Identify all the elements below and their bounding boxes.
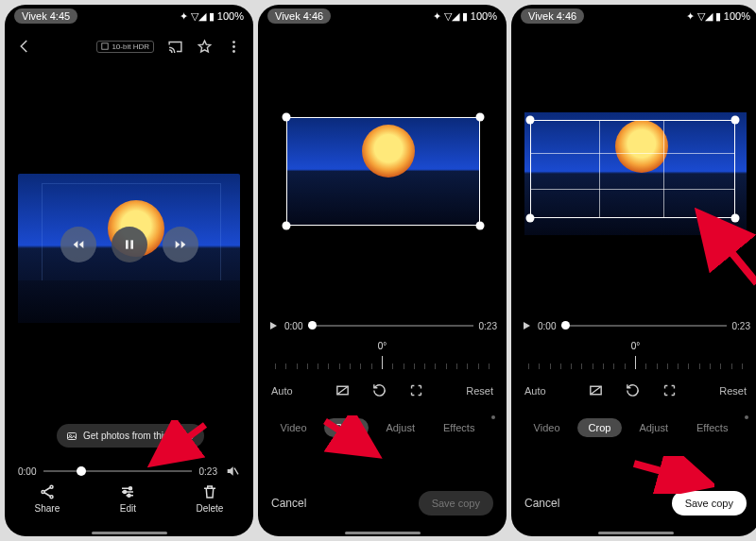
svg-point-1 <box>232 41 235 43</box>
gesture-bar <box>345 532 421 534</box>
transform-icon[interactable] <box>408 382 424 398</box>
rotate-icon[interactable] <box>625 382 641 398</box>
battery-icon: ▮ <box>462 10 468 23</box>
bottom-action-bar: Share Edit Delete <box>5 483 253 529</box>
save-copy-button[interactable]: Save copy <box>419 491 493 516</box>
play-icon[interactable] <box>267 320 279 331</box>
wifi-icon: ✦ <box>686 10 695 23</box>
cancel-button[interactable]: Cancel <box>271 497 306 510</box>
editor-scrubber[interactable]: 0:00 0:23 <box>267 320 497 331</box>
auto-button[interactable]: Auto <box>271 385 293 397</box>
top-toolbar: 10-bit HDR <box>5 27 253 65</box>
edit-button[interactable]: Edit <box>119 483 136 514</box>
svg-rect-4 <box>126 240 129 248</box>
status-bar: Vivek 4:46 ✦ ▽◢ ▮ 100% <box>258 5 507 27</box>
cancel-button[interactable]: Cancel <box>524 497 559 510</box>
reset-button[interactable]: Reset <box>719 385 747 397</box>
transform-icon[interactable] <box>662 382 678 398</box>
time-end: 0:23 <box>479 321 497 331</box>
more-tabs-indicator <box>745 415 748 419</box>
time-start: 0:00 <box>284 321 302 331</box>
angle-ruler[interactable] <box>275 354 490 369</box>
svg-point-10 <box>42 491 44 494</box>
time-start: 0:00 <box>538 321 556 331</box>
status-time-pill: Vivek 4:46 <box>267 8 331 24</box>
crop-preview[interactable] <box>524 112 747 235</box>
wifi-icon: ✦ <box>433 10 441 23</box>
tab-adjust[interactable]: Adjust <box>627 418 679 437</box>
gesture-bar <box>92 532 167 534</box>
tab-video[interactable]: Video <box>523 418 572 437</box>
tab-adjust[interactable]: Adjust <box>374 418 426 437</box>
crop-handle-tl[interactable] <box>526 116 535 125</box>
crop-handle-bl[interactable] <box>283 222 291 230</box>
angle-label: 0° <box>511 341 756 351</box>
crop-handle-tl[interactable] <box>283 113 291 122</box>
more-tabs-indicator <box>491 415 495 419</box>
signal-icon: ▽◢ <box>444 10 459 23</box>
cast-icon[interactable] <box>167 39 183 55</box>
svg-point-2 <box>232 45 235 48</box>
svg-point-9 <box>50 485 53 488</box>
hdr-badge: 10-bit HDR <box>96 41 154 53</box>
back-icon[interactable] <box>16 38 33 55</box>
svg-rect-5 <box>130 240 133 248</box>
signal-icon: ▽◢ <box>697 10 713 23</box>
crop-handle-tr[interactable] <box>476 113 485 122</box>
svg-point-3 <box>232 50 235 53</box>
status-bar: Vivek 4:45 ✦ ▽◢ ▮ 100% <box>5 5 253 27</box>
video-preview[interactable] <box>18 174 240 323</box>
status-time-pill: Vivek 4:46 <box>521 8 584 24</box>
signal-icon: ▽◢ <box>191 10 206 23</box>
rotate-icon[interactable] <box>371 382 387 398</box>
tab-effects[interactable]: Effects <box>685 418 739 437</box>
video-scrubber[interactable]: 0:00 0:23 <box>18 462 240 481</box>
tab-video[interactable]: Video <box>269 418 318 437</box>
mute-icon[interactable] <box>225 464 240 479</box>
rewind-button[interactable] <box>60 227 96 262</box>
svg-point-12 <box>129 487 132 490</box>
crop-preview[interactable] <box>286 117 480 226</box>
crop-handle-bl[interactable] <box>526 214 535 223</box>
crop-handle-tr[interactable] <box>731 116 740 125</box>
wifi-icon: ✦ <box>180 10 188 23</box>
auto-button[interactable]: Auto <box>524 385 546 397</box>
tab-effects[interactable]: Effects <box>432 418 486 437</box>
more-icon[interactable] <box>226 39 242 55</box>
svg-point-14 <box>128 494 130 497</box>
delete-button[interactable]: Delete <box>197 483 224 514</box>
battery-percent: 100% <box>724 10 750 22</box>
crop-handle-br[interactable] <box>476 222 485 230</box>
aspect-icon[interactable] <box>588 382 604 398</box>
aspect-icon[interactable] <box>335 382 351 398</box>
crop-handle-br[interactable] <box>731 214 740 223</box>
reset-button[interactable]: Reset <box>466 385 493 397</box>
tab-crop[interactable]: Crop <box>324 418 369 437</box>
time-start: 0:00 <box>18 466 36 477</box>
status-bar: Vivek 4:46 ✦ ▽◢ ▮ 100% <box>511 5 756 27</box>
battery-icon: ▮ <box>715 10 721 23</box>
get-photos-chip[interactable]: Get photos from this video <box>57 424 204 448</box>
phone-screenshot-1: Vivek 4:45 ✦ ▽◢ ▮ 100% 10-bit HDR <box>5 5 253 536</box>
status-time-pill: Vivek 4:45 <box>14 8 77 24</box>
crop-tool-row: Auto Reset <box>511 382 756 398</box>
tab-crop[interactable]: Crop <box>577 418 623 437</box>
save-copy-button[interactable]: Save copy <box>672 491 747 516</box>
angle-ruler[interactable] <box>528 354 743 369</box>
pause-button[interactable] <box>112 227 147 262</box>
star-icon[interactable] <box>197 39 213 55</box>
edit-tabs: Video Crop Adjust Effects <box>258 418 507 437</box>
share-button[interactable]: Share <box>35 483 60 514</box>
crop-tool-row: Auto Reset <box>258 382 507 398</box>
svg-line-8 <box>234 468 238 475</box>
phone-screenshot-2: Vivek 4:46 ✦ ▽◢ ▮ 100% 0:00 0:23 0° <box>258 5 507 536</box>
chip-label: Get photos from this video <box>83 431 194 441</box>
time-end: 0:23 <box>732 321 750 331</box>
play-icon[interactable] <box>521 320 532 331</box>
forward-button[interactable] <box>163 227 198 262</box>
gesture-bar <box>598 532 674 534</box>
battery-percent: 100% <box>217 10 244 22</box>
svg-point-13 <box>124 491 127 494</box>
editor-scrubber[interactable]: 0:00 0:23 <box>521 320 750 331</box>
svg-rect-0 <box>102 43 108 49</box>
